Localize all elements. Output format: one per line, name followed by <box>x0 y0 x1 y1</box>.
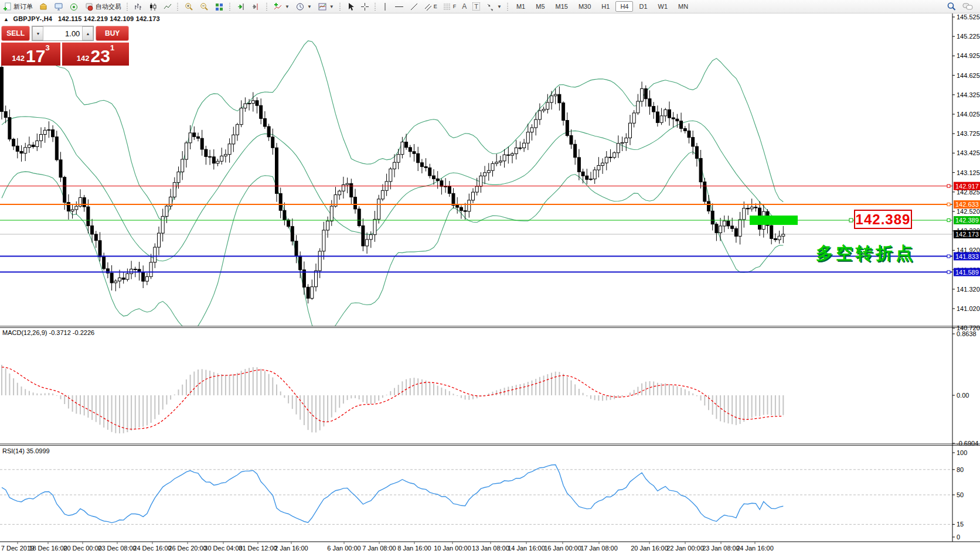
volume-decrease-button[interactable]: ▼ <box>32 26 43 40</box>
time-tick-label: 6 Jan 00:00 <box>327 545 361 552</box>
time-tick-label: 10 Jan 00:00 <box>434 545 471 552</box>
ohlc-readout: 142.115 142.219 142.109 142.173 <box>58 15 160 22</box>
search-button[interactable] <box>944 0 959 13</box>
clock-icon <box>295 2 305 11</box>
vertical-line-button[interactable] <box>379 0 392 13</box>
cursor-icon <box>346 2 355 11</box>
arrows-button[interactable]: ▼ <box>483 0 505 13</box>
horizontal-line-icon <box>394 2 404 11</box>
time-tick-label: 23 Jan 08:00 <box>702 545 740 552</box>
autotrading-label: 自动交易 <box>96 2 121 11</box>
timeframe-h4[interactable]: H4 <box>615 1 633 12</box>
vertical-line-icon <box>382 2 389 11</box>
rsi-axis-label: 80 <box>957 466 964 473</box>
macd-indicator-label: MACD(12,26,9) -0.3712 -0.2226 <box>2 329 94 336</box>
timeframe-m15[interactable]: M15 <box>551 1 573 12</box>
text-label-button[interactable]: T <box>469 0 483 13</box>
time-tick-label: 13 Jan 08:00 <box>472 545 509 552</box>
rsi-axis-label: 15 <box>957 521 964 528</box>
auto-scroll-button[interactable] <box>233 0 249 13</box>
crosshair-icon <box>360 2 369 11</box>
timeframe-m5[interactable]: M5 <box>531 1 549 12</box>
rsi-axis-label: 50 <box>957 491 964 498</box>
text-tool-icon: A <box>462 2 467 11</box>
price-tick-label: 142.520 <box>957 208 980 215</box>
terminal-button[interactable] <box>51 0 66 13</box>
periods-button[interactable]: ▼ <box>292 0 315 13</box>
volume-increase-button[interactable]: ▲ <box>82 26 93 40</box>
crosshair-button[interactable] <box>358 0 372 13</box>
trendline-button[interactable] <box>407 0 421 13</box>
zoom-out-button[interactable] <box>196 0 212 13</box>
auto-scroll-icon <box>236 2 246 11</box>
time-tick-label: 16 Jan 00:00 <box>544 545 581 552</box>
quote-header[interactable]: ▲ GBPJPY-,H4 142.115 142.219 142.109 142… <box>4 15 160 22</box>
line-chart-button[interactable] <box>160 0 175 13</box>
line-chart-icon <box>163 2 172 11</box>
timeframe-mn[interactable]: MN <box>673 1 693 12</box>
time-tick-label: 22 Jan 00:00 <box>666 545 704 552</box>
cursor-button[interactable] <box>343 0 358 13</box>
candlestick-button[interactable] <box>145 0 160 13</box>
templates-button[interactable]: ▼ <box>315 0 337 13</box>
timeframe-d1[interactable]: D1 <box>634 1 652 12</box>
current-price-badge-label: 142.173 <box>955 231 979 238</box>
horizontal-line-button[interactable] <box>392 0 407 13</box>
terminal-icon <box>54 2 63 11</box>
price-tick-label: 144.925 <box>957 52 980 59</box>
rsi-line <box>2 465 783 523</box>
signals-button[interactable] <box>66 0 81 13</box>
buy-price-display[interactable]: 142 23 1 <box>62 42 129 66</box>
buy-button[interactable]: BUY <box>96 26 129 41</box>
price-tick-label: 145.525 <box>957 13 980 20</box>
volume-value[interactable]: 1.00 <box>43 26 82 40</box>
signals-icon <box>69 2 79 11</box>
timeframe-w1[interactable]: W1 <box>654 1 673 12</box>
timeframe-h1[interactable]: H1 <box>597 1 614 12</box>
arrows-icon <box>486 2 495 11</box>
time-tick-label: 18 Dec 16:00 <box>29 545 67 552</box>
toolbar-separator <box>373 2 377 11</box>
sell-button[interactable]: SELL <box>1 26 30 41</box>
equidistant-channel-button[interactable]: E <box>421 0 440 13</box>
chart-shift-button[interactable] <box>249 0 264 13</box>
toolbar-right-group <box>944 0 980 13</box>
new-order-button[interactable]: 新订单 <box>0 0 36 13</box>
macd-axis-label: 0.8638 <box>957 330 976 337</box>
price-tick-label: 141.020 <box>957 305 980 312</box>
chart-canvas[interactable]: 145.525145.225144.925144.625144.325144.0… <box>0 0 980 554</box>
bollinger-middle <box>2 117 783 261</box>
price-tick-label: 145.225 <box>957 33 980 40</box>
time-tick-label: 2 Jan 16:00 <box>274 545 308 552</box>
sell-price-display[interactable]: 142 17 3 <box>1 42 60 66</box>
price-callout-label[interactable]: 142.389 <box>854 210 912 229</box>
price-line-badge-label: 142.917 <box>955 183 979 190</box>
fibonacci-button[interactable]: F <box>440 0 460 13</box>
profile-button[interactable] <box>36 0 51 13</box>
rsi-indicator-label: RSI(14) 35.0999 <box>2 447 50 454</box>
zoom-in-button[interactable] <box>181 0 196 13</box>
bar-chart-icon <box>134 2 142 11</box>
chat-button[interactable] <box>959 0 976 13</box>
timeframe-m30[interactable]: M30 <box>574 1 596 12</box>
macd-axis-label: -0.6904 <box>957 440 978 447</box>
toolbar-separator <box>228 2 232 11</box>
timeframe-m1[interactable]: M1 <box>512 1 530 12</box>
tile-windows-icon <box>215 2 224 11</box>
profile-icon <box>39 2 48 11</box>
indicators-button[interactable]: ▼ <box>270 0 292 13</box>
buy-price-sup: 1 <box>110 43 114 52</box>
bollinger-bands <box>2 41 783 339</box>
indicators-icon <box>273 2 283 11</box>
bar-chart-button[interactable] <box>131 0 145 13</box>
toolbar-separator <box>506 2 510 11</box>
chinese-annotation[interactable]: 多空转折点 <box>816 242 916 265</box>
price-line-badge-label: 142.633 <box>955 201 979 208</box>
time-tick-label: 26 Dec 20:00 <box>168 545 206 552</box>
fibo-letter: F <box>453 4 457 9</box>
tile-windows-button[interactable] <box>212 0 227 13</box>
sell-price-main: 17 <box>26 49 45 64</box>
text-tool-button[interactable]: A <box>459 0 469 13</box>
autotrading-button[interactable]: 自动交易 <box>81 0 124 13</box>
collapse-panel-icon[interactable]: ▲ <box>4 16 9 22</box>
